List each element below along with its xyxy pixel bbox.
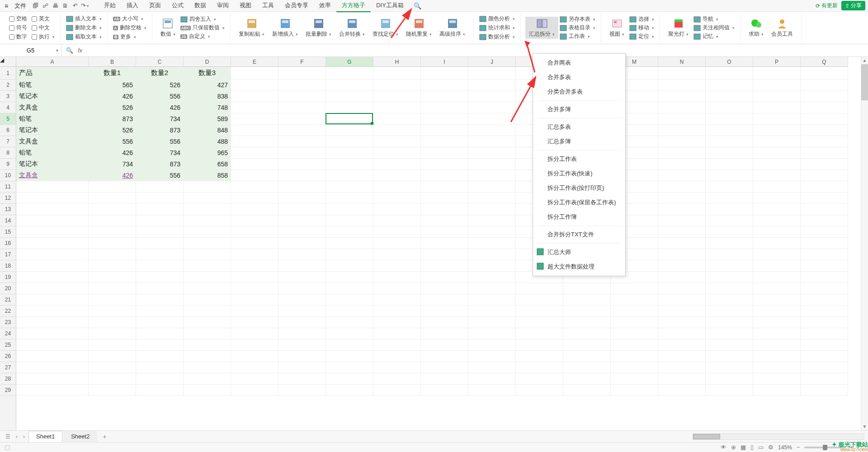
cell-G17[interactable] <box>326 249 373 260</box>
cell-D28[interactable] <box>184 373 231 385</box>
checkbox-num[interactable]: 数字 <box>8 33 28 41</box>
print-icon[interactable]: 🖶 <box>51 1 60 10</box>
cell-C13[interactable] <box>136 204 184 215</box>
cell-B18[interactable] <box>89 260 136 272</box>
cell-E9[interactable] <box>231 159 278 170</box>
row-header-6[interactable]: 6 <box>0 125 16 136</box>
cell-B28[interactable] <box>89 373 136 385</box>
cell-Q23[interactable] <box>801 317 848 328</box>
cell-J5[interactable] <box>468 113 516 125</box>
value-button[interactable]: 数值▾ <box>157 17 179 39</box>
cell-G9[interactable] <box>326 159 373 170</box>
row-header-19[interactable]: 19 <box>0 272 16 283</box>
cell-J3[interactable] <box>468 91 516 102</box>
cell-O26[interactable] <box>706 351 753 362</box>
cell-E27[interactable] <box>231 362 278 373</box>
zoom-slider[interactable] <box>804 447 845 448</box>
cell-P18[interactable] <box>753 260 801 272</box>
crosshair-icon[interactable]: ⊕ <box>731 444 736 451</box>
cell-Q15[interactable] <box>801 226 848 238</box>
redo-dd-icon[interactable]: ↷▾ <box>80 1 90 10</box>
cell-G3[interactable] <box>326 91 373 102</box>
cell-O17[interactable] <box>706 249 753 260</box>
cell-Q18[interactable] <box>801 260 848 272</box>
wb-icon[interactable]: 工作表 ▾ <box>559 32 596 41</box>
cell-D27[interactable] <box>184 362 231 373</box>
cell-O1[interactable] <box>706 67 753 80</box>
cell-B27[interactable] <box>89 362 136 373</box>
cell-G4[interactable] <box>326 102 373 113</box>
row-header-22[interactable]: 22 <box>0 306 16 317</box>
cell-E10[interactable] <box>231 170 278 181</box>
cell-J10[interactable] <box>468 170 516 181</box>
cell-F15[interactable] <box>278 226 326 238</box>
cell-I12[interactable] <box>421 193 468 204</box>
cell-C17[interactable] <box>136 249 184 260</box>
cell-G19[interactable] <box>326 272 373 283</box>
name-box-input[interactable] <box>4 47 57 54</box>
cell-E1[interactable] <box>231 67 278 80</box>
cell-I24[interactable] <box>421 328 468 339</box>
tab-DIY工具箱[interactable]: DIY工具箱 <box>371 0 409 12</box>
cell-P14[interactable] <box>753 215 801 226</box>
cell-O6[interactable] <box>706 125 753 136</box>
chevron-down-icon[interactable]: ▾ <box>56 48 58 53</box>
cell-I10[interactable] <box>421 170 468 181</box>
cell-I5[interactable] <box>421 113 468 125</box>
cell-N4[interactable] <box>658 102 706 113</box>
cell-P21[interactable] <box>753 294 801 306</box>
random-icon[interactable]: 随机重复▾ <box>402 14 435 41</box>
cell-G14[interactable] <box>326 215 373 226</box>
cell-J1[interactable] <box>468 67 516 80</box>
cell-I26[interactable] <box>421 351 468 362</box>
cell-K24[interactable] <box>516 328 563 339</box>
row-header-21[interactable]: 21 <box>0 294 16 306</box>
view-button[interactable]: 视图▾ <box>606 17 628 39</box>
cell-A19[interactable] <box>16 272 89 283</box>
cell-L25[interactable] <box>563 339 611 351</box>
cell-P16[interactable] <box>753 238 801 249</box>
cell-J15[interactable] <box>468 226 516 238</box>
cell-K21[interactable] <box>516 294 563 306</box>
cell-H29[interactable] <box>373 385 421 396</box>
cell-M26[interactable] <box>611 351 658 362</box>
menu-合并两表[interactable]: 合并两表 <box>533 56 625 70</box>
cell-C16[interactable] <box>136 238 184 249</box>
memory-icon[interactable]: 记忆 ▾ <box>693 32 736 41</box>
cell-N3[interactable] <box>658 91 706 102</box>
cell-A22[interactable] <box>16 306 89 317</box>
cell-F8[interactable] <box>278 147 326 159</box>
cell-J24[interactable] <box>468 328 516 339</box>
cell-L28[interactable] <box>563 373 611 385</box>
undo-icon[interactable]: ↶ <box>71 1 80 10</box>
cell-N13[interactable] <box>658 204 706 215</box>
cell-D23[interactable] <box>184 317 231 328</box>
cell-F7[interactable] <box>278 136 326 147</box>
case-icon[interactable]: Ab 大小写 ▾ <box>112 14 147 23</box>
cell-A3[interactable]: 笔记本 <box>16 91 89 102</box>
cell-I18[interactable] <box>421 260 468 272</box>
tab-工具[interactable]: 工具 <box>257 0 279 12</box>
cell-G29[interactable] <box>326 385 373 396</box>
cell-J14[interactable] <box>468 215 516 226</box>
cell-P4[interactable] <box>753 102 801 113</box>
cell-H13[interactable] <box>373 204 421 215</box>
cell-L24[interactable] <box>563 328 611 339</box>
cell-G21[interactable] <box>326 294 373 306</box>
cell-D4[interactable]: 748 <box>184 102 231 113</box>
cell-D9[interactable]: 658 <box>184 159 231 170</box>
cell-A11[interactable] <box>16 181 89 193</box>
cell-Q29[interactable] <box>801 385 848 396</box>
cell-J4[interactable] <box>468 102 516 113</box>
cell-Q8[interactable] <box>801 147 848 159</box>
cell-A21[interactable] <box>16 294 89 306</box>
cell-J11[interactable] <box>468 181 516 193</box>
sheet-list-icon[interactable]: ☰ <box>4 433 12 440</box>
col-header-N[interactable]: N <box>658 57 706 66</box>
tab-审阅[interactable]: 审阅 <box>212 0 234 12</box>
cell-A8[interactable]: 铅笔 <box>16 147 89 159</box>
data-analyze-icon[interactable]: 数据分析 ▾ <box>478 33 516 41</box>
row-header-3[interactable]: 3 <box>0 91 16 102</box>
tab-方方格子[interactable]: 方方格子 <box>336 0 371 12</box>
cell-G20[interactable] <box>326 283 373 294</box>
